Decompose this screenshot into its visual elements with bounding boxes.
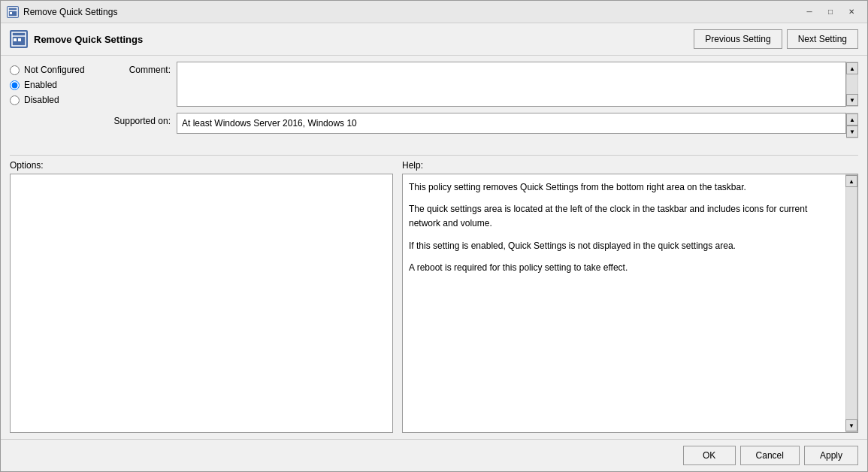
help-box-wrapper: This policy setting removes Quick Settin… [402,174,858,433]
title-bar-controls: ─ □ ✕ [800,5,861,20]
svg-rect-7 [18,38,21,41]
help-paragraph-3: If this setting is enabled, Quick Settin… [409,239,839,253]
comment-label: Comment: [109,62,177,75]
not-configured-label: Not Configured [24,65,85,75]
comment-scrollbar: ▲ ▼ [846,62,858,107]
comment-scroll-track [847,74,857,94]
svg-rect-2 [10,12,12,14]
help-scroll-track [846,187,857,419]
comment-field: ▲ ▼ [177,62,858,107]
disabled-label: Disabled [24,95,59,105]
top-section: Not Configured Enabled Disabled Comm [10,62,858,144]
minimize-button[interactable]: ─ [800,5,819,20]
section-divider [10,155,858,156]
header-icon [10,30,28,48]
disabled-radio[interactable] [10,95,20,105]
previous-setting-button[interactable]: Previous Setting [694,29,782,49]
header-area: Remove Quick Settings Previous Setting N… [1,23,867,56]
ok-button[interactable]: OK [683,446,736,465]
radio-column: Not Configured Enabled Disabled [10,62,100,144]
apply-button[interactable]: Apply [804,446,858,465]
footer: OK Cancel Apply [1,439,867,471]
options-title: Options: [10,160,393,171]
help-scroll-down[interactable]: ▼ [845,419,857,431]
not-configured-option[interactable]: Not Configured [10,65,100,75]
not-configured-radio[interactable] [10,65,20,75]
close-button[interactable]: ✕ [842,5,861,20]
cancel-button[interactable]: Cancel [740,446,800,465]
main-window: Remove Quick Settings ─ □ ✕ Remove Quick… [0,0,868,472]
supported-label: Supported on: [109,113,177,126]
supported-value: At least Windows Server 2016, Windows 10 [177,113,846,134]
help-text: This policy setting removes Quick Settin… [403,174,845,432]
svg-rect-0 [8,8,17,17]
comment-textarea[interactable] [177,62,846,107]
title-bar: Remove Quick Settings ─ □ ✕ [1,1,867,23]
bottom-section: Options: Help: This policy setting remov… [10,160,858,433]
dialog-title: Remove Quick Settings [34,34,694,45]
help-paragraph-1: This policy setting removes Quick Settin… [409,180,839,195]
form-section: Comment: ▲ ▼ Supported on: At least [109,62,858,144]
supported-scroll-down[interactable]: ▼ [846,126,858,138]
supported-scroll-up[interactable]: ▲ [846,113,858,126]
enabled-option[interactable]: Enabled [10,80,100,90]
help-panel: Help: This policy setting removes Quick … [402,160,858,433]
comment-row: Comment: ▲ ▼ [109,62,858,107]
help-scrollbar: ▲ ▼ [845,174,857,432]
options-box[interactable] [10,174,393,433]
content-area: Not Configured Enabled Disabled Comm [1,56,867,439]
window-icon [7,6,19,18]
options-panel: Options: [10,160,393,433]
window-title: Remove Quick Settings [23,7,800,17]
supported-field: At least Windows Server 2016, Windows 10… [177,113,858,138]
help-paragraph-2: The quick settings area is located at th… [409,202,839,231]
enabled-radio[interactable] [10,80,20,90]
help-title: Help: [402,160,858,171]
help-paragraph-4: A reboot is required for this policy set… [409,261,839,275]
navigation-buttons: Previous Setting Next Setting [694,29,858,49]
comment-scroll-up[interactable]: ▲ [846,62,858,74]
help-scroll-up[interactable]: ▲ [845,175,857,187]
enabled-label: Enabled [24,80,57,90]
next-setting-button[interactable]: Next Setting [787,29,858,49]
disabled-option[interactable]: Disabled [10,95,100,105]
supported-scrollbar: ▲ ▼ [846,113,858,138]
svg-rect-6 [14,38,17,41]
supported-row: Supported on: At least Windows Server 20… [109,113,858,138]
comment-scroll-down[interactable]: ▼ [846,94,858,106]
radio-group: Not Configured Enabled Disabled [10,62,100,105]
maximize-button[interactable]: □ [821,5,840,20]
